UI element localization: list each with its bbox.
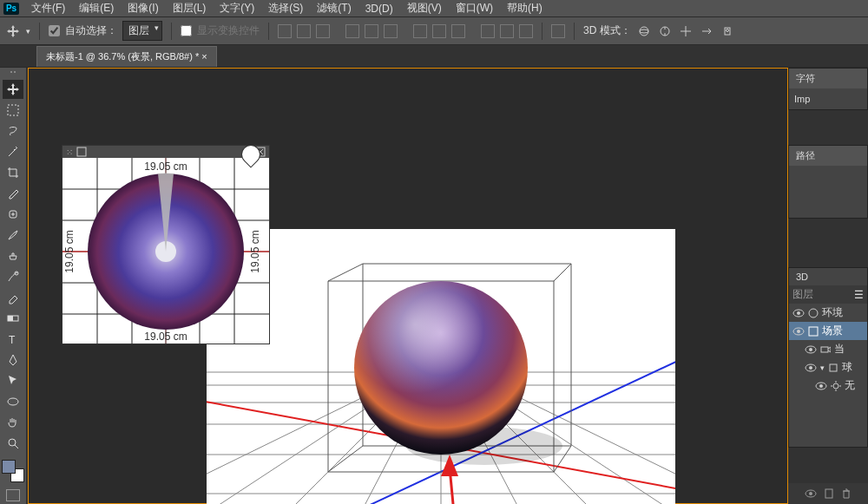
lasso-tool[interactable] (3, 121, 23, 141)
distribute-vcenter-icon[interactable] (432, 24, 446, 38)
menu-layer[interactable]: 图层(L) (166, 0, 214, 17)
history-brush-tool[interactable] (3, 267, 23, 286)
3d-roll-icon[interactable] (657, 23, 673, 39)
gradient-tool[interactable] (3, 309, 23, 328)
svg-rect-9 (8, 316, 13, 321)
svg-text:T: T (9, 334, 16, 346)
3d-item-environment[interactable]: 环境 (822, 305, 843, 320)
svg-point-58 (797, 330, 800, 333)
3d-item-infinite-light[interactable]: 无 (845, 378, 855, 393)
light-icon (831, 381, 841, 391)
ellipse-tool[interactable] (3, 392, 23, 411)
3d-orbit-icon[interactable] (636, 23, 652, 39)
svg-rect-62 (821, 347, 828, 352)
visibility-icon[interactable] (815, 382, 827, 390)
visibility-icon[interactable] (805, 489, 817, 498)
distribute-left-icon[interactable] (481, 24, 495, 38)
color-swatches[interactable] (2, 460, 24, 482)
3d-item-current[interactable]: 当 (834, 342, 845, 357)
healing-brush-tool[interactable] (3, 205, 23, 224)
menu-filter[interactable]: 滤镜(T) (310, 0, 358, 17)
svg-rect-59 (809, 327, 818, 336)
menu-image[interactable]: 图像(I) (121, 0, 165, 17)
auto-select-label: 自动选择： (65, 23, 117, 38)
visibility-icon[interactable] (805, 363, 817, 372)
menu-window[interactable]: 窗口(W) (449, 0, 500, 17)
visibility-icon[interactable] (792, 327, 805, 336)
svg-point-36 (354, 281, 528, 455)
eraser-tool[interactable] (3, 288, 23, 307)
distribute-right-icon[interactable] (519, 24, 533, 38)
auto-select-dropdown[interactable]: 图层 (122, 21, 162, 41)
3d-item-sphere[interactable]: 球 (842, 360, 852, 375)
character-panel[interactable]: 字符 Imp (788, 68, 868, 110)
align-left-icon[interactable] (345, 24, 359, 38)
svg-point-0 (640, 27, 648, 36)
panel-icon[interactable] (76, 147, 87, 157)
type-tool[interactable]: T (3, 330, 23, 349)
dropdown-arrow-icon[interactable]: ▾ (26, 27, 30, 36)
align-top-icon[interactable] (278, 24, 292, 38)
path-selection-tool[interactable] (3, 371, 23, 390)
3d-item-scene[interactable]: 场景 (822, 324, 843, 338)
svg-rect-65 (830, 364, 837, 371)
distribute-hcenter-icon[interactable] (500, 24, 514, 38)
paths-tab[interactable]: 路径 (789, 146, 867, 166)
magic-wand-tool[interactable] (3, 142, 23, 161)
menu-select[interactable]: 选择(S) (261, 0, 310, 17)
character-tab[interactable]: 字符 (789, 69, 867, 88)
3d-zoom-icon[interactable] (720, 23, 735, 39)
move-tool-icon[interactable] (5, 23, 21, 39)
3d-pan-icon[interactable] (678, 23, 694, 39)
rotate-view-panel[interactable]: ⁙ (62, 145, 270, 344)
move-tool[interactable] (3, 80, 23, 99)
panel-grip-icon[interactable]: ⁙ (66, 147, 73, 157)
svg-point-68 (833, 383, 838, 389)
panel-grip-icon[interactable] (0, 71, 26, 76)
paths-panel[interactable]: 路径 (788, 145, 868, 219)
menu-edit[interactable]: 编辑(E) (72, 0, 121, 17)
svg-rect-71 (825, 489, 832, 498)
crop-tool[interactable] (3, 163, 23, 182)
visibility-icon[interactable] (792, 309, 805, 317)
distribute-top-icon[interactable] (413, 24, 427, 38)
document-tab[interactable]: 未标题-1 @ 36.7% (夜景, RGB/8#) * × (36, 46, 217, 67)
menu-3d[interactable]: 3D(D) (358, 1, 400, 16)
pen-tool[interactable] (3, 350, 23, 370)
svg-point-55 (797, 311, 800, 315)
trash-icon[interactable] (841, 488, 852, 499)
hand-tool[interactable] (3, 413, 23, 432)
svg-line-31 (328, 264, 363, 281)
dim-bottom: 19.05 cm (144, 331, 187, 343)
brush-tool[interactable] (3, 226, 23, 245)
marquee-tool[interactable] (3, 101, 23, 120)
align-hcenter-icon[interactable] (365, 24, 378, 38)
menu-view[interactable]: 视图(V) (400, 0, 449, 17)
new-icon[interactable] (824, 488, 834, 499)
align-bottom-icon[interactable] (316, 24, 330, 38)
document-canvas[interactable] (207, 229, 675, 504)
3d-slide-icon[interactable] (699, 23, 714, 39)
align-right-icon[interactable] (384, 24, 398, 38)
layers-tab-dimmed[interactable]: 图层 (792, 287, 813, 302)
canvas[interactable]: ⁙ (28, 68, 788, 504)
3d-panel[interactable]: 3D 图层 ☰ 环境 场景 当 ▾ 球 无 (788, 267, 868, 448)
menu-type[interactable]: 文字(Y) (213, 0, 261, 17)
filter-icon[interactable]: ☰ (854, 289, 864, 301)
quick-mask-icon[interactable] (6, 489, 20, 501)
eyedropper-tool[interactable] (3, 184, 23, 203)
menu-file[interactable]: 文件(F) (24, 0, 72, 17)
svg-point-11 (8, 398, 18, 405)
menu-help[interactable]: 帮助(H) (500, 0, 549, 17)
svg-point-61 (809, 348, 812, 351)
visibility-icon[interactable] (805, 345, 817, 354)
align-vcenter-icon[interactable] (297, 24, 311, 38)
auto-select-checkbox[interactable] (49, 25, 60, 36)
clone-stamp-tool[interactable] (3, 246, 23, 265)
expand-icon[interactable]: ▾ (820, 363, 825, 372)
align-extra-icon[interactable] (551, 24, 565, 38)
zoom-tool[interactable] (3, 434, 23, 453)
distribute-bottom-icon[interactable] (451, 24, 465, 38)
transform-controls-checkbox[interactable] (181, 25, 192, 36)
3d-tab[interactable]: 3D (789, 268, 815, 285)
